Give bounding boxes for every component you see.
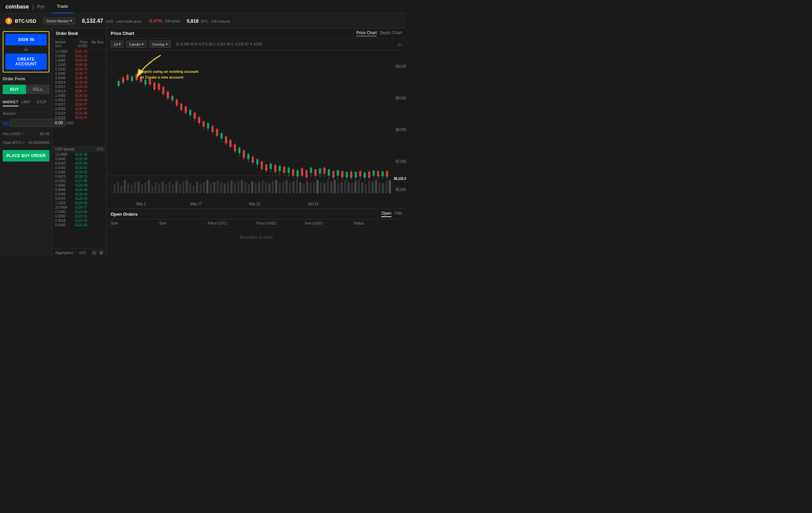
total-label: Total (BTC) =: [3, 141, 25, 145]
svg-rect-20: [141, 185, 143, 193]
candle-type-button[interactable]: Candle ▾: [126, 41, 147, 48]
svg-rect-33: [186, 180, 188, 193]
market-order-tab[interactable]: MARKET: [3, 98, 18, 106]
depth-chart-tab[interactable]: Depth Chart: [380, 30, 402, 36]
svg-rect-16: [127, 183, 129, 193]
ob-bid-row: 0.01606130.88-: [52, 161, 106, 166]
svg-rect-114: [162, 87, 164, 94]
oo-col-size: Size: [159, 221, 208, 225]
svg-text:$7,000: $7,000: [396, 159, 406, 164]
svg-rect-94: [118, 81, 120, 86]
svg-rect-160: [265, 165, 267, 171]
max-link[interactable]: Max: [3, 121, 9, 125]
svg-rect-192: [337, 170, 339, 176]
ob-bid-row: 0.50006123.21-: [52, 214, 106, 218]
ob-ask-row: 0.00246134.96-: [52, 111, 106, 115]
svg-rect-17: [131, 185, 133, 193]
svg-rect-132: [203, 122, 205, 127]
agg-minus-button[interactable]: −: [92, 250, 97, 255]
svg-rect-158: [261, 162, 263, 169]
ob-bid-row: 0.20006127.85-: [52, 179, 106, 183]
timeframe-button[interactable]: 1d ▾: [111, 41, 124, 48]
or-label: or: [5, 47, 47, 51]
svg-rect-206: [368, 172, 370, 178]
sell-button[interactable]: SELL: [26, 85, 49, 94]
chevron-down-icon: ▾: [70, 19, 72, 23]
svg-rect-35: [193, 185, 195, 193]
chart-tabs: Price Chart Depth Chart: [356, 30, 402, 36]
svg-rect-55: [262, 180, 264, 193]
expand-icon[interactable]: ▷: [398, 42, 402, 47]
svg-rect-136: [211, 126, 213, 132]
price-chart-tab[interactable]: Price Chart: [356, 30, 377, 36]
svg-rect-96: [122, 78, 124, 83]
stop-order-tab[interactable]: STOP: [34, 98, 49, 106]
svg-rect-86: [368, 180, 370, 193]
chart-canvas: $10,000 $9,000 $8,000 $7,000 $6,132.47 $…: [107, 50, 406, 209]
nav-tab-trade[interactable]: Trade: [51, 0, 73, 13]
limit-order-tab[interactable]: LIMIT: [18, 98, 34, 106]
svg-text:May 17: May 17: [190, 201, 202, 206]
svg-rect-148: [239, 148, 241, 153]
ob-bid-row: 0.00186121.55-: [52, 218, 106, 223]
select-market-button[interactable]: Select Market ▾: [43, 17, 75, 24]
create-account-button[interactable]: CREATE ACCOUNT: [5, 54, 47, 70]
svg-rect-180: [310, 168, 312, 173]
svg-rect-63: [289, 183, 291, 193]
ob-col-price: Price (USD): [71, 40, 88, 48]
svg-rect-68: [306, 181, 308, 193]
svg-rect-34: [189, 183, 191, 193]
svg-rect-29: [172, 185, 174, 193]
ob-ask-row: 0.00176136.28-: [52, 85, 106, 89]
svg-rect-70: [313, 182, 315, 193]
last-trade-price: 6,132.47 USD Last trade price: [82, 18, 141, 24]
nav-tabs: Trade: [51, 0, 73, 13]
svg-rect-80: [347, 182, 349, 193]
header: coinbase | Pro Trade: [0, 0, 406, 14]
ob-ask-row: 1.10006140.00-: [52, 63, 106, 67]
svg-rect-170: [288, 168, 290, 173]
open-tab[interactable]: Open: [381, 211, 391, 217]
ob-col-size: Market Size: [55, 40, 71, 48]
svg-rect-49: [241, 180, 243, 193]
svg-text:$6,132.47: $6,132.47: [394, 176, 406, 180]
ob-ask-row: 0.00276134.97-: [52, 102, 106, 107]
svg-rect-47: [234, 183, 236, 193]
oo-col-status: Status: [354, 221, 402, 225]
svg-rect-41: [213, 182, 215, 193]
svg-rect-166: [279, 166, 281, 171]
svg-rect-67: [303, 184, 305, 193]
svg-rect-81: [351, 183, 353, 193]
price-change: -2.07% 24h price: [148, 18, 180, 23]
svg-rect-214: [386, 171, 388, 177]
ob-aggregation: Aggregation 0.01 − +: [52, 249, 106, 256]
sign-in-button[interactable]: SIGN IN: [5, 34, 47, 45]
order-type-tabs: MARKET LIMIT STOP: [3, 98, 49, 107]
svg-rect-15: [124, 180, 126, 193]
buy-button[interactable]: BUY: [3, 85, 26, 94]
svg-rect-89: [379, 182, 381, 193]
svg-rect-152: [247, 154, 249, 159]
svg-rect-79: [344, 180, 346, 193]
chevron-down-icon: ▾: [119, 42, 121, 46]
svg-rect-22: [148, 180, 150, 193]
svg-rect-116: [167, 91, 169, 99]
svg-rect-90: [382, 183, 384, 193]
ob-ask-row: 2.60006136.70-: [52, 76, 106, 80]
svg-rect-110: [153, 83, 155, 90]
svg-rect-126: [189, 110, 191, 115]
svg-rect-50: [244, 182, 246, 193]
fills-tab[interactable]: Fills: [395, 211, 402, 217]
agg-plus-button[interactable]: +: [99, 250, 104, 255]
ob-bid-row: 0.25006123.60-: [52, 210, 106, 214]
svg-rect-204: [364, 172, 366, 178]
svg-rect-14: [120, 186, 122, 193]
place-order-button[interactable]: PLACE BUY ORDER: [3, 150, 49, 162]
svg-rect-66: [299, 182, 301, 193]
ob-ask-row: 0.00246136.30-: [52, 80, 106, 85]
overlay-button[interactable]: Overlay ▾: [149, 41, 171, 48]
oo-column-headers: Side Size Filled (LTC) Price (USD) Fee (…: [107, 219, 406, 227]
svg-rect-200: [355, 172, 357, 177]
svg-rect-40: [210, 183, 212, 193]
ob-bid-row: 1.10236125.00-: [52, 201, 106, 205]
